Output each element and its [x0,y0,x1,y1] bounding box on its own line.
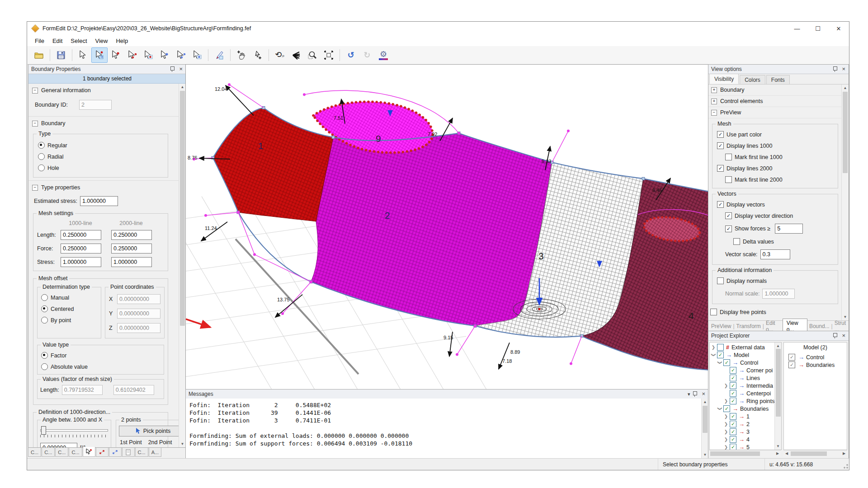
visibility-checkbox[interactable] [788,354,795,361]
minimize-button[interactable]: — [787,22,807,35]
edit-button[interactable] [211,47,227,63]
checkbox-show-forces-[interactable]: Show forces ≥5 [715,221,835,236]
section-boundary[interactable]: − Boundary [28,116,179,129]
collapse-icon[interactable]: − [32,121,38,127]
pick-points-button[interactable]: Pick points [119,426,179,436]
angle-slider[interactable] [40,426,108,437]
tree-item-intermedia[interactable]: ❯→Intermedia [710,382,775,389]
visibility-checkbox[interactable] [730,436,736,443]
checkbox-icon[interactable] [710,309,717,315]
pin-icon[interactable] [170,66,175,70]
menu-edit[interactable]: Edit [48,36,66,46]
zoom-window-button[interactable] [304,47,321,63]
collapse-arrow-icon[interactable]: ❯ [717,406,722,412]
redo-button[interactable]: ↻ [359,47,375,63]
tab-fonts[interactable]: Fonts [766,75,790,84]
detail-item-control[interactable]: →Control [787,353,847,361]
dock-tab-transform[interactable]: Transform [736,323,761,329]
visibility-checkbox[interactable] [717,352,724,358]
drag-button[interactable] [250,47,266,63]
mesh-length-2000[interactable]: 0.250000 [111,230,152,240]
close-icon[interactable]: × [700,391,707,397]
section-boundary[interactable]: +Boundary [708,84,842,96]
collapse-icon[interactable]: − [32,88,38,94]
tree-item-control[interactable]: ❯→Control [710,359,775,366]
save-button[interactable] [53,47,69,63]
radio-icon[interactable] [38,153,45,160]
tab-visibility[interactable]: Visibility [709,74,739,84]
slider-thumb[interactable] [41,426,46,435]
expand-arrow-icon[interactable]: ❯ [723,383,729,388]
checkbox-display-lines-2000[interactable]: Display lines 2000 [715,163,835,174]
mesh-force-2000[interactable]: 0.250000 [111,244,152,253]
expand-arrow-icon[interactable]: ❯ [723,422,729,427]
checkbox-display-free-points[interactable]: Display free points [708,306,842,318]
dock-tab-preview[interactable]: PreView [711,323,731,329]
visibility-checkbox[interactable] [730,375,736,381]
radio-icon[interactable] [41,352,48,359]
determination-option-manual[interactable]: Manual [40,292,98,303]
dock-tab-page-tab[interactable] [122,448,135,457]
visibility-checkbox[interactable] [723,359,730,366]
visibility-checkbox[interactable] [730,444,736,450]
render-button[interactable] [288,47,304,63]
select-mesh-1000-button[interactable] [140,47,156,63]
type-option-hole[interactable]: Hole [37,162,164,174]
show-forces-field[interactable]: 5 [775,224,803,234]
messages-log[interactable]: Fofin: Iteration 2 0.5488E+02Fofin: Iter… [186,399,702,458]
checkbox-mark-first-line-1000[interactable]: Mark first line 1000 [715,151,835,163]
value-type-option-absolute-value[interactable]: Absolute value [40,361,161,372]
select-line-2000-button[interactable] [173,47,189,63]
visibility-checkbox[interactable] [730,421,736,427]
resize-grip[interactable] [842,459,849,470]
left-panel-scrollbar[interactable]: ▲ ▼ [179,84,186,447]
section-preview[interactable]: −PreView [708,107,842,118]
menu-select[interactable]: Select [66,36,91,46]
type-option-regular[interactable]: Regular [37,140,164,151]
radio-icon[interactable] [41,305,48,312]
radio-icon[interactable] [38,142,45,149]
estimated-stress-field[interactable]: 1.000000 [80,196,118,206]
expand-arrow-icon[interactable]: ❯ [711,345,716,350]
checkbox-icon[interactable] [725,212,732,219]
expand-arrow-icon[interactable]: ❯ [723,429,729,434]
section-type-properties[interactable]: − Type properties [28,180,179,193]
tree-item-corner-poi[interactable]: →Corner poi [710,366,775,374]
select-line-1000-button[interactable] [124,47,140,63]
tree-item-external-data[interactable]: ❯#External data [710,343,775,351]
checkbox-delta-values[interactable]: Delta values [715,236,835,247]
radio-icon[interactable] [38,164,45,171]
radio-icon[interactable] [41,294,48,301]
select-boundary-button[interactable] [91,47,108,63]
expand-arrow-icon[interactable]: ❯ [723,414,729,419]
close-icon[interactable]: × [178,66,184,72]
dock-tab-text[interactable]: C... [42,448,55,457]
radio-icon[interactable] [41,363,48,370]
dock-tab-text[interactable]: A... [149,448,162,457]
dock-tab-text[interactable]: C... [55,448,68,457]
checkbox-icon[interactable] [725,225,732,232]
expand-icon[interactable]: + [711,99,717,104]
value-type-option-factor[interactable]: Factor [40,350,161,361]
select-button[interactable] [75,47,91,63]
dock-tab-text[interactable]: C... [69,448,82,457]
visibility-checkbox[interactable] [730,390,736,397]
checkbox-display-vector-direction[interactable]: Display vector direction [715,210,835,221]
expand-icon[interactable]: + [711,87,717,93]
tree-item-lines[interactable]: →Lines [710,374,775,382]
section-control-elements[interactable]: +Control elements [708,96,842,107]
collapse-icon[interactable]: − [32,185,38,191]
visibility-checkbox[interactable] [730,413,736,420]
pin-icon[interactable] [833,66,837,70]
dock-tab-red-points-tab[interactable] [96,448,108,457]
checkbox-icon[interactable] [725,176,732,183]
tree-item-boundaries[interactable]: ❯→Boundaries [710,405,775,413]
tree-item-centerpoi[interactable]: →Centerpoi [710,389,775,397]
close-icon[interactable]: × [840,333,847,338]
dock-tab-cursor-points-tab[interactable] [83,447,95,457]
checkbox-display-normals[interactable]: Display normals [715,275,835,286]
menu-view[interactable]: View [91,36,112,46]
dock-tab-bound[interactable]: Bound... [809,323,830,329]
mesh-stress-1000[interactable]: 1.000000 [61,257,101,267]
visibility-checkbox[interactable] [717,344,724,351]
